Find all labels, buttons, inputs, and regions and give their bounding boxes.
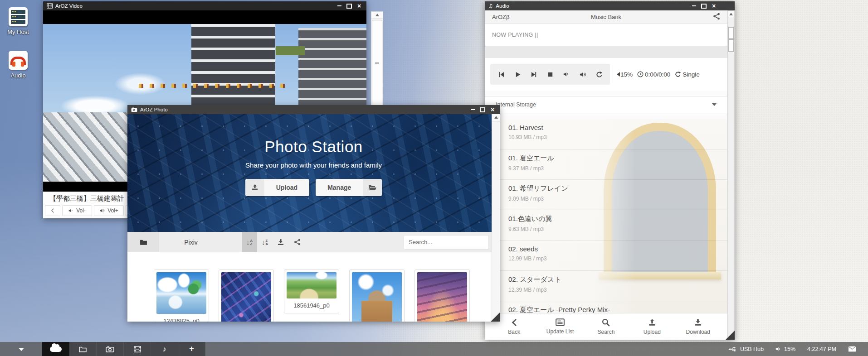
seek-bar[interactable]: [485, 46, 727, 58]
player-controls: [490, 64, 610, 85]
photo-thumbnail: [156, 272, 206, 314]
volume-tray-item[interactable]: 15%: [775, 346, 795, 352]
track-row[interactable]: 01. 希望リフレイン9.09 MB / mp3: [485, 180, 727, 210]
page-title: Music Bank: [591, 14, 621, 20]
audio-window-titlebar[interactable]: ♫ Audio ×: [485, 1, 735, 10]
track-row[interactable]: 01. 夏空エール9.37 MB / mp3: [485, 149, 727, 180]
download-button[interactable]: Download: [682, 318, 714, 335]
download-button[interactable]: [273, 232, 289, 252]
close-button[interactable]: ×: [489, 106, 496, 113]
film-icon: [47, 3, 53, 9]
repeat-button[interactable]: [591, 65, 607, 83]
photo-card[interactable]: [414, 269, 470, 322]
photo-hero-banner: Photo Station Share your photo with your…: [127, 114, 500, 232]
back-button[interactable]: Back: [498, 318, 530, 335]
volume-triangle-icon: [614, 72, 620, 77]
volume-up-button[interactable]: [575, 65, 591, 83]
desktop-icon-label: My Host: [1, 29, 35, 35]
photo-grid: 12436825_p0 18561946_p0: [127, 252, 492, 322]
search-icon: [602, 318, 610, 327]
track-row[interactable]: 02. 夏空エール -Pretty Perky Mix-: [485, 301, 727, 313]
manage-button[interactable]: Manage: [316, 179, 382, 196]
scroll-up-arrow[interactable]: [728, 11, 734, 18]
desktop-icon-audio[interactable]: Audio: [1, 51, 35, 79]
taskbar-item-cloud[interactable]: [42, 342, 69, 356]
track-row[interactable]: 01.色違いの翼9.63 MB / mp3: [485, 210, 727, 241]
share-button[interactable]: [289, 232, 305, 252]
envelope-icon: [848, 346, 856, 352]
play-button[interactable]: [509, 65, 526, 83]
folder-button[interactable]: [127, 232, 159, 252]
resize-grip[interactable]: [491, 313, 500, 322]
upload-button[interactable]: Upload: [636, 318, 668, 335]
photo-card[interactable]: 12436825_p0: [154, 269, 209, 322]
taskbar-item-video[interactable]: [124, 342, 151, 356]
minimize-button[interactable]: [690, 3, 697, 9]
track-row[interactable]: 02. seeds12.99 MB / mp3: [485, 241, 727, 271]
usb-tray-item[interactable]: USB Hub: [728, 346, 764, 352]
audio-window-body: ArOZβ Music Bank NOW PLAYING || 1: [485, 10, 727, 340]
manage-label: Manage: [316, 179, 363, 196]
clock-icon: [637, 71, 644, 77]
search-input[interactable]: [408, 238, 489, 246]
minimize-button[interactable]: [469, 106, 476, 113]
track-row[interactable]: 02. スターダスト12.39 MB / mp3: [485, 271, 727, 301]
time-indicator: 0:00/0:00: [637, 71, 670, 78]
maximize-button[interactable]: [346, 3, 353, 9]
maximize-button[interactable]: [700, 3, 707, 9]
share-button[interactable]: [713, 13, 720, 21]
scrollbar-thumb[interactable]: [372, 20, 382, 107]
volume-down-button[interactable]: Vol-: [62, 205, 92, 216]
photo-card[interactable]: [349, 269, 405, 322]
scrollbar-thumb[interactable]: [728, 27, 734, 52]
taskbar: USB Hub 15% 4:22:47 PM: [0, 342, 868, 356]
volume-down-button[interactable]: [558, 65, 575, 83]
window-title: Audio: [496, 3, 509, 9]
taskbar-collapse-button[interactable]: [0, 342, 42, 356]
camera-icon: [131, 107, 137, 112]
previous-track-button[interactable]: [493, 65, 509, 83]
desktop: My Host Audio ArOZ Video × 【學都三橋】三橋建築計: [0, 0, 868, 356]
taskbar-item-music[interactable]: [151, 342, 178, 356]
photo-thumbnail: [287, 272, 336, 298]
audio-window-scrollbar[interactable]: [727, 10, 735, 340]
volume-up-button[interactable]: Vol+: [94, 205, 124, 216]
close-button[interactable]: ×: [356, 3, 363, 9]
photo-filename: 12436825_p0: [156, 314, 206, 322]
photo-card[interactable]: [219, 269, 274, 322]
close-button[interactable]: ×: [710, 3, 717, 9]
video-window-titlebar[interactable]: ArOZ Video ×: [43, 1, 366, 10]
desktop-icon-myhost[interactable]: My Host: [1, 7, 35, 35]
next-track-button[interactable]: [526, 65, 542, 83]
video-back-button[interactable]: [45, 205, 60, 216]
messages-tray-item[interactable]: [848, 346, 856, 352]
photo-window-scrollbar[interactable]: [492, 114, 500, 322]
scroll-up-arrow[interactable]: [492, 114, 500, 121]
maximize-button[interactable]: [479, 106, 486, 113]
update-list-button[interactable]: Update List: [544, 318, 576, 335]
stop-button[interactable]: [542, 65, 558, 83]
server-icon: [9, 7, 28, 26]
resize-grip[interactable]: [726, 331, 735, 340]
window-title: ArOZ Photo: [140, 107, 168, 112]
storage-select[interactable]: Internal Storage: [485, 96, 727, 113]
photo-card[interactable]: 18561946_p0: [284, 269, 339, 313]
track-row[interactable]: 01. Harvest10.93 MB / mp3: [485, 119, 727, 149]
photo-window-titlebar[interactable]: ArOZ Photo ×: [127, 105, 500, 114]
play-mode-toggle[interactable]: Single: [675, 71, 700, 78]
upload-button[interactable]: Upload: [245, 179, 309, 196]
minimize-button[interactable]: [336, 3, 343, 9]
sort-za-button[interactable]: ↓ZA: [257, 232, 273, 252]
camera-icon: [106, 346, 114, 352]
folder-icon: [79, 346, 87, 352]
folder-icon: [140, 239, 147, 245]
sort-az-button[interactable]: ↓AZ: [242, 232, 257, 252]
chevron-left-icon: [51, 208, 54, 213]
search-button[interactable]: Search: [590, 318, 622, 335]
photo-toolbar: Pixiv ↓AZ ↓ZA: [127, 232, 500, 252]
taskbar-item-add[interactable]: [178, 342, 205, 356]
taskbar-item-files[interactable]: [69, 342, 97, 356]
taskbar-item-photo[interactable]: [97, 342, 124, 356]
scroll-up-arrow[interactable]: [371, 12, 383, 19]
photo-window: ArOZ Photo × Photo Station Share your ph…: [127, 105, 500, 322]
